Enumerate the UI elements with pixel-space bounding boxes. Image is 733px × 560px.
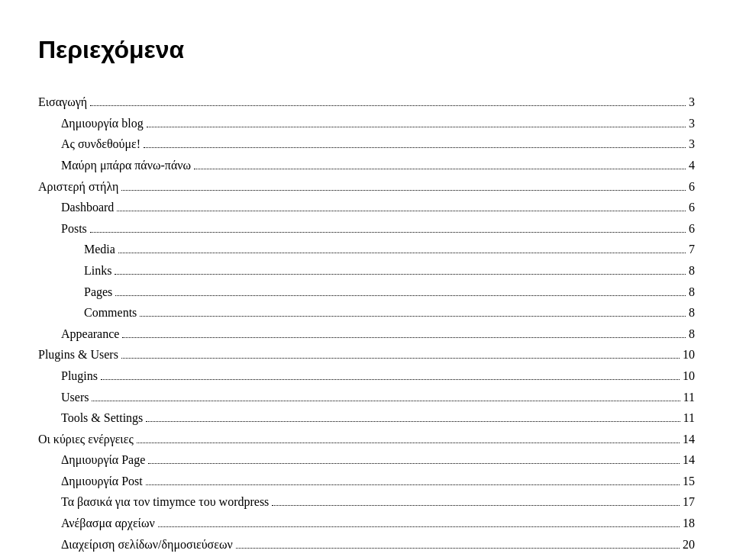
toc-dots xyxy=(146,484,680,485)
toc-page: 8 xyxy=(689,282,695,302)
toc-label: Μαύρη μπάρα πάνω-πάνω xyxy=(38,156,191,175)
toc-entry[interactable]: Εισαγωγή 3 xyxy=(38,92,695,112)
toc-page: 6 xyxy=(689,198,695,217)
toc-entry[interactable]: Αριστερή στήλη 6 xyxy=(38,177,695,197)
toc-dots xyxy=(121,190,686,191)
toc-page: 3 xyxy=(689,92,695,112)
toc-label: Διαχείριση σελίδων/δημοσιεύσεων xyxy=(38,535,233,555)
toc-entry[interactable]: Tools & Settings 11 xyxy=(38,408,695,428)
toc-page: 6 xyxy=(689,219,695,239)
toc-dots xyxy=(117,211,686,211)
toc-dots xyxy=(144,147,686,148)
toc-entry[interactable]: Links 8 xyxy=(38,261,695,281)
toc-dots xyxy=(92,401,680,401)
toc-page: 11 xyxy=(683,408,695,428)
toc-entry[interactable]: Διαχείριση σελίδων/δημοσιεύσεων 20 xyxy=(38,535,695,555)
toc-page: 8 xyxy=(689,303,695,323)
toc-entry[interactable]: Ανέβασμα αρχείων 18 xyxy=(38,513,695,533)
toc-page: 8 xyxy=(689,261,695,281)
toc-label: Οι κύριες ενέργειες xyxy=(38,430,134,449)
toc-page: 14 xyxy=(683,450,695,470)
toc-page: 7 xyxy=(689,240,695,259)
toc-label: Εισαγωγή xyxy=(38,92,87,112)
toc-entry[interactable]: Plugins 10 xyxy=(38,366,695,386)
toc-page: 4 xyxy=(689,156,695,175)
toc-entry[interactable]: Μαύρη μπάρα πάνω-πάνω 4 xyxy=(38,156,695,175)
toc-dots xyxy=(140,316,686,317)
toc-dots xyxy=(158,526,680,527)
toc-dots xyxy=(90,105,686,106)
toc-entry[interactable]: Plugins & Users 10 xyxy=(38,345,695,365)
toc-entry[interactable]: Οι κύριες ενέργειες 14 xyxy=(38,430,695,449)
toc-label: Δημιουργία Page xyxy=(38,450,145,470)
toc-page: 10 xyxy=(683,366,695,386)
toc-label: Pages xyxy=(38,282,112,302)
toc-entry[interactable]: Appearance 8 xyxy=(38,324,695,344)
toc-label: Ανέβασμα αρχείων xyxy=(38,513,155,533)
toc-entry[interactable]: Δημιουργία Page 14 xyxy=(38,450,695,470)
toc-entry[interactable]: Users 11 xyxy=(38,388,695,407)
toc-label: Plugins xyxy=(38,366,98,386)
toc-label: Links xyxy=(38,261,111,281)
toc-dots xyxy=(118,253,686,253)
toc-page: 20 xyxy=(683,555,695,560)
toc-label: Tools & Settings xyxy=(38,408,143,428)
toc-dots xyxy=(146,421,680,422)
page-title: Περιεχόμενα xyxy=(38,31,695,69)
toc-label: Appearance xyxy=(38,324,119,344)
toc-label: Media xyxy=(38,240,115,259)
toc-page: 20 xyxy=(683,535,695,555)
toc-dots xyxy=(147,127,686,127)
toc-label: Τα βασικά για τον timymce του wordpress xyxy=(38,492,269,512)
toc-dots xyxy=(115,295,686,296)
toc-page: 3 xyxy=(689,114,695,134)
toc-label: Δημιουργία blog xyxy=(38,114,144,134)
toc-dots xyxy=(236,548,680,549)
toc-entry[interactable]: Posts 6 xyxy=(38,219,695,239)
toc-dots xyxy=(272,505,680,506)
toc-entry[interactable]: Ας συνδεθούμε! 3 xyxy=(38,134,695,154)
toc-label: Custom CSS xyxy=(38,555,124,560)
toc-label: Δημιουργία Post xyxy=(38,471,143,491)
toc-entry[interactable]: Pages 8 xyxy=(38,282,695,302)
toc-entry[interactable]: Τα βασικά για τον timymce του wordpress … xyxy=(38,492,695,512)
toc-label: Posts xyxy=(38,219,87,239)
toc-page: 15 xyxy=(683,471,695,491)
toc-dots xyxy=(194,169,686,169)
toc-entry[interactable]: Dashboard 6 xyxy=(38,198,695,217)
toc-page: 17 xyxy=(683,492,695,512)
toc-dots xyxy=(90,232,686,233)
toc-page: 18 xyxy=(683,513,695,533)
toc-entry[interactable]: Custom CSS 20 xyxy=(38,555,695,560)
toc-page: 10 xyxy=(683,345,695,365)
toc-page: 3 xyxy=(689,134,695,154)
toc-label: Dashboard xyxy=(38,198,114,217)
toc-entry[interactable]: Δημιουργία Post 15 xyxy=(38,471,695,491)
toc-page: 6 xyxy=(689,177,695,197)
toc-label: Plugins & Users xyxy=(38,345,118,365)
toc-label: Users xyxy=(38,388,89,407)
toc-dots xyxy=(101,379,680,380)
toc-page: 8 xyxy=(689,324,695,344)
toc-label: Ας συνδεθούμε! xyxy=(38,134,140,154)
toc-label: Αριστερή στήλη xyxy=(38,177,118,197)
toc-entry[interactable]: Comments 8 xyxy=(38,303,695,323)
toc-container: Εισαγωγή 3 Δημιουργία blog 3 Ας συνδεθού… xyxy=(38,92,695,560)
toc-dots xyxy=(148,463,680,464)
toc-dots xyxy=(115,274,686,275)
toc-dots xyxy=(137,443,680,443)
toc-entry[interactable]: Media 7 xyxy=(38,240,695,259)
toc-dots xyxy=(121,358,680,359)
toc-page: 14 xyxy=(683,430,695,449)
toc-label: Comments xyxy=(38,303,137,323)
toc-page: 11 xyxy=(683,388,695,407)
toc-dots xyxy=(122,337,686,338)
toc-entry[interactable]: Δημιουργία blog 3 xyxy=(38,114,695,134)
